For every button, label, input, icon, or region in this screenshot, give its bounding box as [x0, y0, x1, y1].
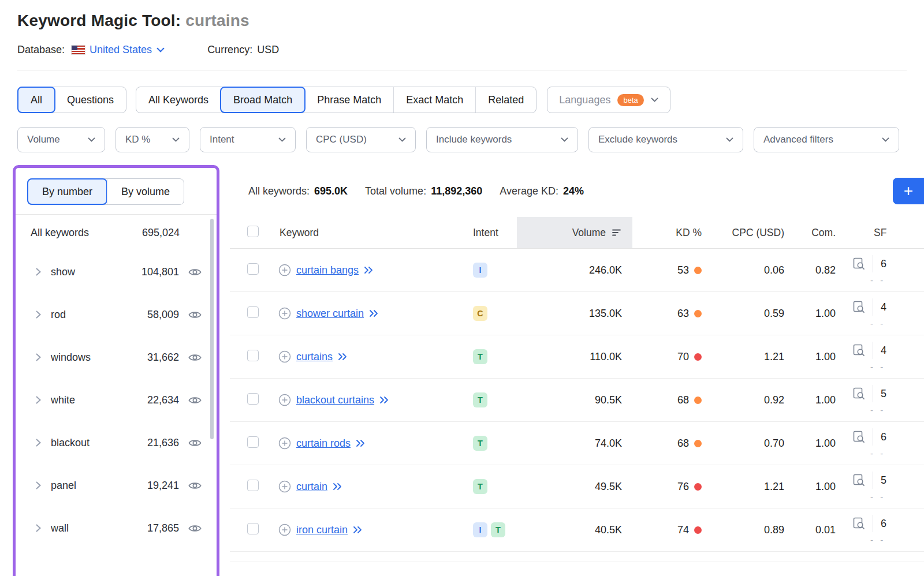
tab-all-keywords[interactable]: All Keywords [136, 87, 221, 113]
add-keyword-icon[interactable] [278, 437, 291, 450]
eye-icon[interactable] [188, 395, 202, 405]
sidebar-group-windows[interactable]: windows 31,662 [16, 336, 217, 379]
col-volume[interactable]: Volume [517, 217, 632, 248]
row-checkbox[interactable] [247, 393, 259, 405]
serp-preview-icon[interactable] [853, 301, 865, 314]
chevron-right-icon [35, 481, 42, 490]
row-checkbox[interactable] [247, 263, 259, 275]
intent-cell: T [465, 479, 517, 494]
keyword-link[interactable]: iron curtain [296, 524, 348, 536]
row-checkbox[interactable] [247, 306, 259, 318]
add-to-list-button[interactable]: + [893, 178, 924, 204]
kd-dot [694, 267, 702, 274]
tab-related[interactable]: Related [475, 87, 536, 113]
filter-volume[interactable]: Volume [17, 127, 105, 152]
sidebar-group-panel[interactable]: panel 19,241 [16, 464, 217, 507]
add-keyword-icon[interactable] [278, 480, 291, 493]
serp-preview-icon[interactable] [853, 474, 865, 487]
expand-keyword-icon[interactable] [338, 353, 348, 361]
add-keyword-icon[interactable] [278, 394, 291, 406]
languages-dropdown[interactable]: Languages beta [547, 87, 670, 113]
sidebar-group-white[interactable]: white 22,634 [16, 379, 217, 421]
serp-preview-icon[interactable] [853, 431, 865, 444]
eye-icon[interactable] [188, 353, 202, 362]
filter-label: Intent [210, 134, 234, 145]
toggle-by-volume[interactable]: By volume [107, 179, 184, 204]
filters-row: Volume KD % Intent CPC (USD) Include key… [17, 127, 907, 152]
volume-value: 135.0K [589, 308, 622, 319]
expand-keyword-icon[interactable] [353, 526, 363, 534]
chevron-down-icon [398, 137, 406, 142]
select-all-checkbox[interactable] [247, 226, 259, 237]
filter-exclude-keywords[interactable]: Exclude keywords [588, 127, 743, 152]
expand-keyword-icon[interactable] [364, 266, 374, 274]
serp-preview-icon[interactable] [853, 387, 865, 401]
serp-preview-icon[interactable] [853, 257, 865, 271]
filter-include-keywords[interactable]: Include keywords [426, 127, 578, 152]
kd-dot [694, 353, 702, 361]
database-selector[interactable]: United States [90, 44, 165, 56]
serp-preview-icon[interactable] [853, 517, 865, 530]
kd-cell: 70 [632, 351, 707, 363]
expand-keyword-icon[interactable] [333, 483, 342, 491]
sf-dashes: - - [870, 362, 885, 372]
add-keyword-icon[interactable] [278, 350, 291, 363]
volume-cell: 135.0K [517, 308, 632, 320]
row-checkbox[interactable] [247, 436, 259, 448]
filter-intent[interactable]: Intent [200, 127, 296, 152]
serp-preview-icon[interactable] [853, 344, 865, 357]
expand-keyword-icon[interactable] [369, 309, 379, 317]
filter-kd[interactable]: KD % [116, 127, 189, 152]
eye-icon[interactable] [188, 267, 202, 277]
tab-broad-match[interactable]: Broad Match [220, 87, 305, 113]
keyword-link[interactable]: shower curtain [296, 308, 364, 320]
intent-cell: T [465, 392, 517, 407]
eye-icon[interactable] [188, 310, 202, 320]
expand-keyword-icon[interactable] [379, 396, 389, 404]
sf-divider [873, 428, 873, 446]
page-title: Keyword Magic Tool:curtains [17, 12, 907, 30]
intent-badge-t: T [473, 392, 487, 407]
sidebar-group-wall[interactable]: wall 17,865 [16, 507, 217, 549]
com-value: 0.82 [791, 264, 846, 276]
eye-icon[interactable] [188, 438, 202, 448]
toggle-by-number[interactable]: By number [27, 178, 107, 205]
row-checkbox[interactable] [247, 523, 259, 534]
filter-label: Include keywords [436, 134, 512, 145]
sidebar-group-rod[interactable]: rod 58,009 [16, 293, 217, 336]
tab-phrase-match[interactable]: Phrase Match [305, 87, 393, 113]
com-value: 1.00 [791, 394, 846, 406]
sf-divider [873, 472, 873, 489]
keyword-link[interactable]: blackout curtains [296, 394, 374, 406]
add-keyword-icon[interactable] [278, 307, 291, 320]
kd-value: 74 [677, 524, 689, 536]
tab-exact-match[interactable]: Exact Match [393, 87, 475, 113]
sidebar-scrollbar[interactable] [210, 219, 214, 439]
tab-all[interactable]: All [17, 87, 55, 113]
chevron-right-icon [35, 438, 42, 447]
add-keyword-icon[interactable] [278, 523, 291, 536]
filter-advanced-filters[interactable]: Advanced filters [754, 127, 899, 152]
row-checkbox[interactable] [247, 480, 259, 491]
eye-icon[interactable] [188, 523, 202, 533]
filter-label: Exclude keywords [598, 134, 677, 145]
filter-cpc-usd[interactable]: CPC (USD) [306, 127, 416, 152]
keyword-link[interactable]: curtain rods [296, 437, 351, 450]
eye-icon[interactable] [188, 481, 202, 491]
add-keyword-icon[interactable] [278, 264, 291, 276]
sidebar-group-show[interactable]: show 104,801 [16, 250, 217, 293]
sidebar-group-blackout[interactable]: blackout 21,636 [16, 421, 217, 464]
chevron-right-icon [35, 523, 42, 533]
all-keywords-row[interactable]: All keywords 695,024 [16, 215, 217, 250]
table-row: curtains T 110.0K 70 1.21 1.00 4 - - [230, 335, 924, 379]
row-checkbox[interactable] [247, 350, 259, 361]
intent-badge-c: C [473, 306, 487, 321]
keyword-link[interactable]: curtains [296, 351, 333, 363]
expand-keyword-icon[interactable] [356, 439, 366, 447]
col-kd: KD % [632, 227, 707, 239]
com-value: 1.00 [791, 481, 846, 493]
row-checkbox-cell [230, 480, 274, 494]
keyword-link[interactable]: curtain bangs [296, 264, 359, 276]
tab-questions[interactable]: Questions [55, 87, 126, 113]
keyword-link[interactable]: curtain [296, 481, 327, 493]
